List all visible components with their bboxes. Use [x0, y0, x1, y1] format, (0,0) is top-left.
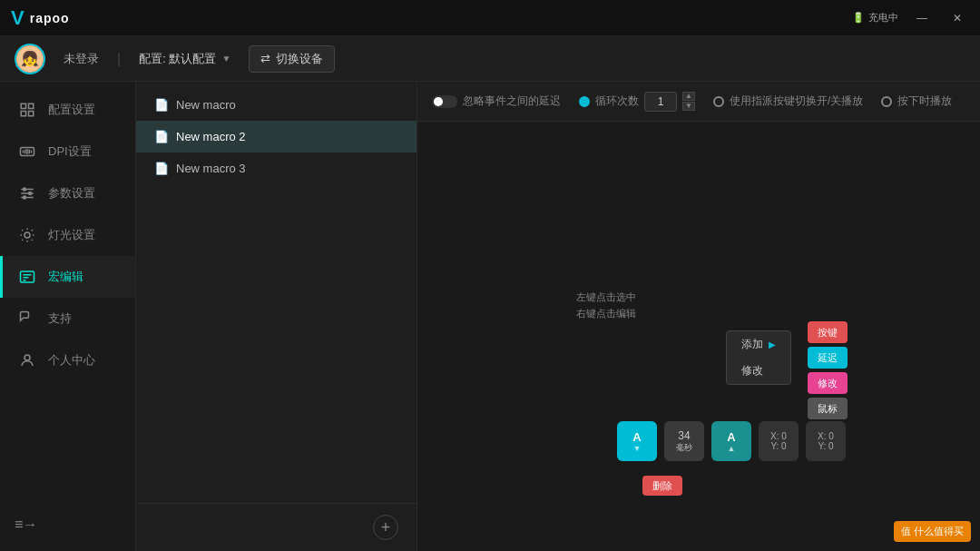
key-row: A ▼ 34 毫秒 A ▲ X: 0 Y: 0 X: 0 Y: 0: [617, 421, 846, 461]
svg-line-22: [32, 240, 33, 241]
editor-panel: 忽略事件之间的延迟 循环次数 ▲ ▼ 使用指派按键切换开/关播放 按下时播放: [417, 82, 980, 551]
target-button[interactable]: 鼠标: [808, 398, 848, 419]
context-menu: 添加 ▶ 修改: [726, 330, 791, 385]
key-button[interactable]: 按键: [808, 321, 848, 343]
macro-name-2: New macro 2: [176, 130, 246, 143]
key-node-2-label: A: [727, 430, 735, 444]
macro-item-2[interactable]: 📄 New macro 2: [136, 121, 416, 153]
context-modify[interactable]: 修改: [727, 358, 790, 384]
key-node-1-sublabel: ▼: [633, 444, 642, 453]
loop-count-label: 循环次数: [595, 93, 639, 109]
avatar-face: 👧: [17, 46, 43, 72]
sidebar-item-profile[interactable]: 个人中心: [0, 339, 135, 381]
sidebar-label-config: 配置设置: [48, 102, 95, 118]
minimize-button[interactable]: —: [909, 10, 935, 26]
avatar[interactable]: 👧: [15, 44, 45, 74]
svg-line-21: [22, 230, 23, 231]
logo-v-icon: V: [11, 8, 24, 28]
watermark: 值 什么值得买: [894, 521, 971, 542]
coord-node-2-x: X: 0: [818, 431, 834, 441]
ignore-delay-toggle[interactable]: [432, 95, 457, 108]
sidebar-label-light: 灯光设置: [48, 227, 95, 243]
charging-badge: 🔋 充电中: [852, 11, 898, 25]
context-add[interactable]: 添加 ▶: [727, 331, 790, 358]
chevron-down-icon: ▼: [221, 54, 230, 64]
header-bar: 👧 未登录 | 配置: 默认配置 ▼ ⇄ 切换设备: [0, 36, 980, 82]
macro-name-3: New macro 3: [176, 162, 246, 175]
ignore-delay-label: 忽略事件之间的延迟: [463, 93, 561, 109]
macro-name-1: New macro: [176, 98, 236, 112]
params-icon: [17, 183, 37, 203]
title-bar: V rapoo 🔋 充电中 — ✕: [0, 0, 980, 36]
coord-node-2-y: Y: 0: [818, 441, 833, 451]
sidebar-bottom: ≡→: [0, 506, 135, 544]
macro-list: 📄 New macro 📄 New macro 2 📄 New macro 3: [136, 82, 416, 503]
loop-count-radio[interactable]: [579, 96, 590, 107]
delete-button[interactable]: 删除: [642, 476, 682, 496]
support-icon: [17, 309, 37, 329]
expand-icon[interactable]: ≡→: [15, 517, 37, 532]
sidebar-item-config[interactable]: 配置设置: [0, 89, 135, 131]
watermark-text: 值 什么值得买: [901, 526, 964, 536]
sidebar-label-support: 支持: [48, 310, 72, 327]
key-node-1-label: A: [632, 430, 641, 444]
coord-node-2[interactable]: X: 0 Y: 0: [806, 421, 846, 461]
app-logo: V rapoo: [11, 8, 70, 28]
file-icon-1: 📄: [154, 98, 169, 112]
macro-icon: [17, 267, 37, 287]
add-macro-button[interactable]: +: [373, 515, 398, 540]
modify-button-label: 修改: [818, 377, 838, 390]
key-button-label: 按键: [818, 326, 838, 339]
delay-node-value: 34: [678, 429, 690, 442]
sidebar-label-dpi: DPI设置: [48, 143, 92, 160]
macro-item-3[interactable]: 📄 New macro 3: [136, 153, 416, 184]
sidebar-label-params: 参数设置: [48, 185, 95, 202]
loop-count-down[interactable]: ▼: [682, 102, 695, 111]
sidebar-item-support[interactable]: 支持: [0, 298, 135, 339]
macro-list-panel: 📄 New macro 📄 New macro 2 📄 New macro 3 …: [136, 82, 417, 551]
coord-node-1[interactable]: X: 0 Y: 0: [759, 421, 799, 461]
config-label: 配置: 默认配置: [139, 51, 216, 67]
svg-rect-2: [21, 112, 25, 116]
macro-item-1[interactable]: 📄 New macro: [136, 89, 416, 121]
key-node-2[interactable]: A ▲: [711, 421, 751, 461]
sidebar-item-light[interactable]: 灯光设置: [0, 214, 135, 256]
press-play-label: 按下时播放: [897, 93, 952, 109]
switch-device-icon: ⇄: [260, 52, 270, 65]
instruction-line1: 左键点击选中: [576, 290, 636, 306]
close-button[interactable]: ✕: [946, 10, 969, 26]
press-play-group: 按下时播放: [881, 93, 952, 109]
svg-point-14: [29, 192, 32, 195]
sidebar-item-macro[interactable]: 宏编辑: [0, 256, 135, 298]
config-selector[interactable]: 配置: 默认配置 ▼: [139, 51, 230, 67]
press-play-radio[interactable]: [881, 96, 892, 107]
svg-line-23: [22, 240, 23, 241]
sidebar-item-params[interactable]: 参数设置: [0, 172, 135, 214]
delay-button[interactable]: 延迟: [808, 347, 848, 369]
charging-text: 充电中: [868, 11, 898, 25]
svg-point-13: [24, 188, 26, 191]
sidebar-label-macro: 宏编辑: [48, 269, 83, 285]
coord-node-1-x: X: 0: [770, 431, 787, 441]
loop-count-input[interactable]: [644, 92, 677, 112]
svg-rect-3: [29, 112, 34, 116]
modify-button[interactable]: 修改: [808, 372, 848, 394]
delete-button-label: 删除: [652, 479, 672, 493]
svg-point-15: [24, 196, 26, 199]
svg-point-29: [24, 355, 30, 360]
editor-canvas: 左键点击选中 右键点击编辑 添加 ▶ 修改 按键 延迟: [417, 122, 980, 551]
target-button-label: 鼠标: [818, 402, 838, 416]
login-text[interactable]: 未登录: [64, 51, 99, 67]
key-node-1[interactable]: A ▼: [617, 421, 657, 461]
macro-list-footer: +: [136, 503, 416, 551]
context-add-label: 添加: [741, 337, 763, 352]
delay-node-1[interactable]: 34 毫秒: [664, 421, 704, 461]
finger-key-radio[interactable]: [713, 96, 724, 107]
loop-count-up[interactable]: ▲: [682, 92, 695, 101]
coord-node-1-y: Y: 0: [770, 441, 786, 451]
finger-key-label: 使用指派按键切换开/关播放: [730, 93, 863, 109]
switch-device-label: 切换设备: [276, 51, 323, 67]
editor-toolbar: 忽略事件之间的延迟 循环次数 ▲ ▼ 使用指派按键切换开/关播放 按下时播放: [417, 82, 980, 122]
switch-device-button[interactable]: ⇄ 切换设备: [249, 45, 335, 73]
sidebar-item-dpi[interactable]: DPI设置: [0, 131, 135, 172]
